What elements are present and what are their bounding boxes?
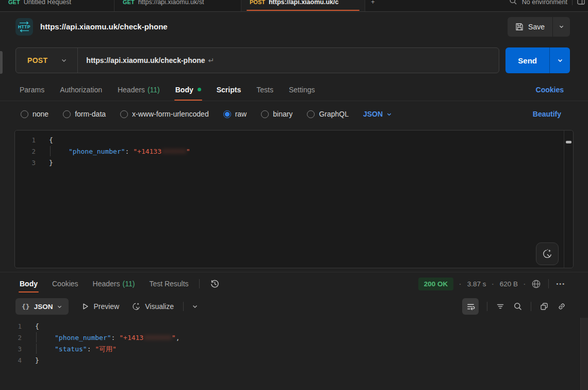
- response-size: 620 B: [500, 280, 518, 288]
- url-bar: POST https://api.xiaomu.uk/check-phone↵: [15, 47, 499, 73]
- response-format-select[interactable]: {} JSON: [15, 298, 69, 315]
- tab-scripts[interactable]: Scripts: [217, 78, 241, 101]
- scrollbar-thumb[interactable]: [566, 141, 571, 143]
- code-line[interactable]: 1{: [15, 135, 573, 146]
- code-token: ": [186, 148, 190, 155]
- raw-language-select[interactable]: JSON: [363, 110, 392, 118]
- chevron-down-icon: [57, 304, 62, 310]
- search-response-icon[interactable]: [513, 302, 522, 311]
- code-token: :: [111, 334, 120, 342]
- body-mode-urlencoded[interactable]: x-www-form-urlencoded: [120, 110, 209, 118]
- url-row: POST https://api.xiaomu.uk/check-phone↵ …: [0, 41, 588, 78]
- response-history-icon[interactable]: [210, 279, 220, 289]
- save-button[interactable]: Save: [508, 17, 552, 37]
- code-line[interactable]: 2"phone_number": "+14133•••••••": [15, 146, 573, 157]
- response-body-viewer[interactable]: 1{2"phone_number": "+1413••••••••",3"sta…: [0, 318, 588, 390]
- save-options-chevron[interactable]: [552, 17, 570, 37]
- sidebar-drag-handle[interactable]: [0, 51, 3, 74]
- headers-count: (11): [148, 86, 160, 94]
- save-button-group: Save: [508, 17, 570, 37]
- code-token: "phone_number": [55, 334, 111, 342]
- body-mode-form-data[interactable]: form-data: [63, 110, 106, 118]
- link-icon[interactable]: [557, 302, 566, 311]
- response-tab-body[interactable]: Body: [20, 272, 38, 295]
- indent-guide: [36, 332, 55, 343]
- code-token: ": [172, 334, 176, 342]
- chevron-down-icon: [386, 111, 392, 117]
- cookies-link[interactable]: Cookies: [536, 86, 564, 94]
- body-mode-raw[interactable]: raw: [223, 110, 247, 118]
- response-tab-headers[interactable]: Headers (11): [93, 272, 135, 295]
- more-actions-button[interactable]: •••: [556, 281, 565, 287]
- play-icon: [81, 302, 89, 311]
- globe-icon[interactable]: [531, 279, 541, 289]
- request-body-editor[interactable]: 1{2"phone_number": "+14133•••••••"3}: [14, 130, 574, 268]
- radio-icon: [261, 110, 269, 118]
- url-input[interactable]: https://api.xiaomu.uk/check-phone↵: [78, 56, 499, 64]
- body-mode-graphql[interactable]: GraphQL: [307, 110, 349, 118]
- beautify-link[interactable]: Beautify: [533, 110, 561, 118]
- editor-scrollbar[interactable]: [564, 131, 573, 268]
- code-token: ••••••••: [143, 334, 172, 342]
- request-tab-2[interactable]: GET https://api.xiaomu.uk/st: [115, 0, 241, 11]
- tab-authorization[interactable]: Authorization: [60, 78, 102, 101]
- divider: [199, 279, 200, 288]
- line-number: 1: [1, 321, 22, 332]
- chevron-down-icon: [557, 57, 563, 63]
- code-token: }: [35, 356, 39, 364]
- code-line: 2"phone_number": "+1413••••••••",: [1, 332, 588, 344]
- method-badge: POST: [250, 0, 265, 7]
- tab-title: https://api.xiaomu.uk/c: [269, 0, 338, 7]
- response-tab-cookies[interactable]: Cookies: [52, 272, 78, 295]
- postbot-sparkle-icon: [542, 248, 553, 259]
- code-token: }: [49, 159, 53, 167]
- code-line[interactable]: 3}: [15, 157, 573, 169]
- request-tab-1[interactable]: GET Untitled Request: [0, 0, 115, 11]
- response-tab-test-results[interactable]: Test Results: [149, 272, 188, 295]
- request-tab-3-active[interactable]: POST https://api.xiaomu.uk/c: [241, 0, 365, 11]
- preview-button[interactable]: Preview: [81, 302, 119, 311]
- code-token: :: [125, 148, 134, 155]
- code-token: "status": [55, 345, 87, 353]
- code-token: "+1413: [119, 334, 143, 342]
- sparkle-circle-icon: [132, 302, 141, 311]
- body-mode-none[interactable]: none: [21, 110, 48, 118]
- divider: [548, 279, 549, 288]
- tab-tests[interactable]: Tests: [256, 78, 273, 101]
- divider: [487, 302, 487, 311]
- response-scrollbar[interactable]: [580, 318, 588, 390]
- copy-icon[interactable]: [540, 302, 549, 311]
- body-mode-binary[interactable]: binary: [261, 110, 292, 118]
- filter-icon[interactable]: [496, 302, 505, 311]
- code-line: 4}: [1, 355, 588, 366]
- request-header: HTTP https://api.xiaomu.uk/check-phone S…: [0, 12, 588, 41]
- chevron-down-icon: [192, 303, 198, 310]
- visualize-options-chevron[interactable]: [192, 303, 198, 310]
- tab-settings[interactable]: Settings: [289, 78, 315, 101]
- environment-selector[interactable]: No environment: [522, 0, 567, 7]
- tab-body[interactable]: Body: [175, 78, 201, 101]
- tab-params[interactable]: Params: [20, 78, 44, 101]
- method-select[interactable]: POST: [16, 48, 78, 73]
- layout-panel-icon[interactable]: [577, 0, 585, 5]
- dot-separator: ·: [524, 280, 526, 288]
- radio-icon: [21, 110, 28, 118]
- line-number: 3: [15, 157, 36, 169]
- line-number: 2: [15, 146, 36, 157]
- send-button[interactable]: Send: [505, 47, 549, 73]
- code-token: :: [87, 345, 95, 353]
- line-number: 1: [15, 135, 36, 146]
- visualize-button[interactable]: Visualize: [132, 302, 174, 311]
- indent-guide: [36, 344, 55, 354]
- braces-icon: {}: [22, 303, 30, 311]
- send-options-chevron[interactable]: [549, 47, 570, 73]
- postbot-button[interactable]: [536, 242, 559, 265]
- workspace-tab-bar: GET Untitled Request GET https://api.xia…: [0, 0, 588, 12]
- search-icon[interactable]: [509, 0, 517, 5]
- line-number: 4: [1, 355, 22, 366]
- code-token: ,: [176, 334, 180, 342]
- request-title: https://api.xiaomu.uk/check-phone: [40, 22, 168, 31]
- new-tab-button[interactable]: +: [365, 0, 381, 11]
- tab-headers[interactable]: Headers (11): [118, 78, 160, 101]
- wrap-text-button[interactable]: [462, 298, 479, 315]
